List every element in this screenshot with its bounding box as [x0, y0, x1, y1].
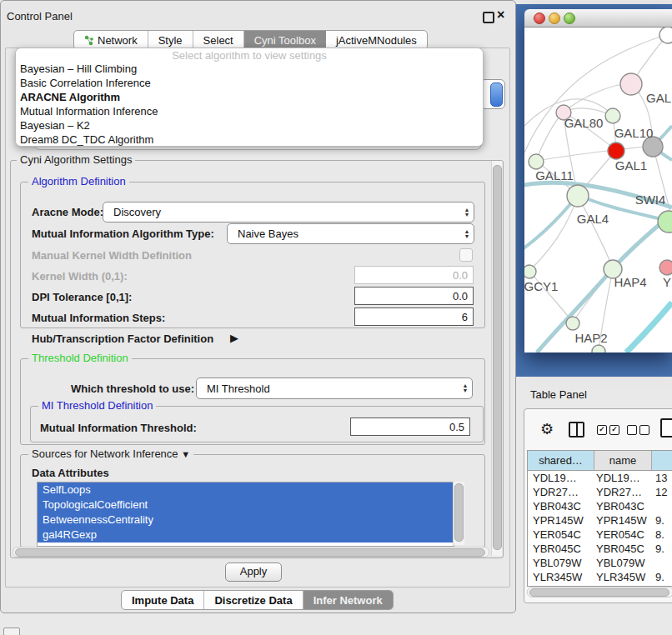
attribute-item[interactable]: SelfLoops: [38, 482, 454, 498]
hub-expand-icon[interactable]: ▶: [230, 332, 238, 344]
tab-infer-network[interactable]: Infer Network: [303, 591, 393, 609]
data-attributes-list[interactable]: SelfLoops TopologicalCoefficient Between…: [37, 482, 454, 547]
algorithm-option[interactable]: Dream8 DC_TDC Algorithm: [16, 132, 483, 147]
mi-steps-field[interactable]: 6: [354, 308, 474, 326]
network-node-y[interactable]: [659, 260, 672, 275]
cyni-bottom-tabbar: Impute Data Discretize Data Infer Networ…: [121, 590, 394, 610]
mi-algorithm-type-select[interactable]: Naive Bayes ▲ ▼: [227, 223, 474, 244]
table-row[interactable]: YDL19…YDL19…13: [528, 471, 672, 485]
cell: YDL19…: [528, 471, 594, 485]
table-row[interactable]: YDR27…YDR27…12: [528, 485, 672, 499]
scrollbar-thumb[interactable]: [454, 483, 464, 542]
algorithm-option[interactable]: Bayesian – Hill Climbing: [16, 62, 483, 76]
column-header-shared-name[interactable]: shared…: [528, 451, 594, 470]
algorithm-definition-title: Algorithm Definition: [28, 176, 129, 188]
network-node-gcy1[interactable]: [524, 265, 536, 278]
manual-kernel-width-checkbox[interactable]: [459, 248, 473, 262]
attribute-item[interactable]: TopologicalCoefficient: [38, 498, 454, 512]
cell: YBR043C: [594, 499, 652, 513]
attributes-list-scrollbar[interactable]: [453, 482, 464, 545]
inference-algorithm-select[interactable]: [480, 79, 505, 109]
table-horizontal-scrollbar[interactable]: [527, 587, 672, 598]
tab-network[interactable]: Network: [74, 31, 148, 49]
sources-collapse-icon[interactable]: ▼: [181, 449, 190, 459]
cell: 12: [652, 485, 672, 499]
network-node-hap2[interactable]: [566, 317, 579, 330]
cell: YDR27…: [594, 485, 652, 499]
close-icon[interactable]: ×: [497, 7, 504, 23]
algorithm-option-selected[interactable]: ARACNE Algorithm: [16, 90, 483, 104]
table-row[interactable]: YBL079WYBL079W: [528, 556, 672, 570]
tab-style[interactable]: Style: [148, 31, 193, 49]
settings-vertical-scrollbar[interactable]: [491, 161, 502, 556]
document-icon[interactable]: [660, 418, 672, 438]
tab-cyni-toolbox[interactable]: Cyni Toolbox: [244, 31, 326, 49]
attribute-item[interactable]: BetweennessCentrality: [38, 512, 454, 528]
algorithm-option[interactable]: Mutual Information Inference: [16, 104, 483, 118]
table-row[interactable]: YBR043CYBR043C: [528, 499, 672, 513]
cell: YPR145W: [594, 513, 652, 528]
table-row[interactable]: YER054CYER054C8.: [528, 528, 672, 542]
column-header-partial[interactable]: [652, 451, 672, 470]
network-node-swi4[interactable]: [658, 211, 672, 232]
gear-icon[interactable]: ⚙: [540, 420, 554, 438]
stepper-down-icon: ▼: [464, 234, 470, 239]
node-label: GAL11: [535, 168, 574, 182]
network-node-gal11[interactable]: [529, 154, 544, 169]
table-row[interactable]: YBR045CYBR045C9.: [528, 542, 672, 556]
node-label: Y: [663, 275, 671, 289]
mi-threshold-value: 0.5: [449, 421, 469, 433]
kernel-width-value: 0.0: [453, 269, 473, 282]
tab-label: Select: [203, 34, 233, 47]
unchecked-box-icon[interactable]: [627, 425, 637, 435]
column-header-name[interactable]: name: [594, 451, 652, 470]
tab-discretize-data[interactable]: Discretize Data: [204, 591, 303, 609]
checked-box-icon[interactable]: ✓: [597, 425, 607, 435]
network-node-gal[interactable]: [620, 73, 642, 95]
settings-horizontal-scrollbar[interactable]: [13, 547, 489, 558]
network-window-titlebar[interactable]: [524, 9, 672, 28]
attribute-item[interactable]: gal4RGexp: [38, 528, 454, 542]
table-row[interactable]: YLR345WYLR345W9.: [528, 570, 672, 584]
scrollbar-thumb[interactable]: [529, 588, 669, 597]
minimize-traffic-light[interactable]: [549, 12, 560, 24]
network-node-gal10[interactable]: [605, 108, 620, 123]
node-label: GAL1: [615, 158, 647, 172]
cell: YBR043C: [528, 499, 594, 513]
tab-jactivemnodules[interactable]: jActiveMNodules: [326, 31, 427, 49]
unchecked-box-icon[interactable]: [639, 425, 649, 435]
tab-impute-data[interactable]: Impute Data: [122, 591, 204, 609]
algorithm-option[interactable]: Bayesian – K2: [16, 118, 483, 132]
dpi-tolerance-field[interactable]: 0.0: [354, 287, 474, 305]
which-threshold-value: MI Threshold: [197, 382, 459, 395]
network-node-bottom[interactable]: [592, 345, 605, 352]
checked-box-icon[interactable]: ✓: [609, 425, 619, 435]
cell: 8.: [652, 528, 672, 542]
network-node-gal1[interactable]: [608, 142, 624, 159]
control-panel-title: Control Panel: [7, 10, 73, 22]
mi-threshold-field[interactable]: 0.5: [350, 418, 470, 436]
scrollbar-thumb[interactable]: [493, 165, 502, 550]
stepper-down-icon: ▼: [464, 212, 470, 218]
network-node-gal4[interactable]: [567, 185, 589, 207]
float-icon[interactable]: [483, 12, 494, 23]
close-traffic-light[interactable]: [534, 12, 545, 24]
apply-button[interactable]: Apply: [225, 562, 282, 582]
threshold-definition-title: Threshold Definition: [28, 352, 132, 364]
node-label: HAP4: [614, 275, 646, 289]
zoom-traffic-light[interactable]: [564, 12, 575, 24]
aracne-mode-select[interactable]: Discovery ▲ ▼: [103, 202, 474, 222]
cell: YBR045C: [594, 542, 652, 556]
which-threshold-select[interactable]: MI Threshold ▲ ▼: [196, 378, 473, 399]
network-canvas[interactable]: GAL GAL80 GAL10 GAL1 GAL11 GAL4 SWI4 HAP…: [524, 28, 672, 352]
node-label: GAL: [646, 91, 671, 105]
kernel-width-field[interactable]: 0.0: [354, 266, 474, 284]
network-node[interactable]: [659, 28, 672, 43]
scrollbar-thumb[interactable]: [15, 548, 485, 557]
cell: 13: [652, 471, 672, 485]
split-columns-icon[interactable]: [569, 422, 584, 438]
algorithm-option[interactable]: Basic Correlation Inference: [16, 76, 483, 90]
tab-select[interactable]: Select: [193, 31, 244, 49]
table-row[interactable]: YPR145WYPR145W9.: [528, 513, 672, 528]
corner-grid-icon[interactable]: [3, 628, 20, 635]
